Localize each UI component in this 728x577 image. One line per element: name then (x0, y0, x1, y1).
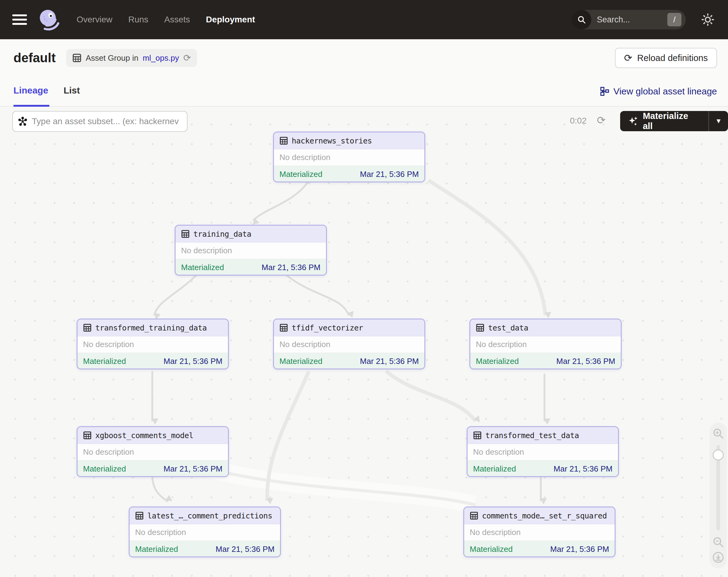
refresh-icon: ⟳ (624, 52, 632, 64)
search-placeholder: Search... (597, 15, 667, 25)
asset-status: Materialized (280, 356, 322, 366)
asset-node-transformed_training_data[interactable]: transformed_training_data No description… (77, 319, 229, 370)
chip-refresh-icon[interactable]: ⟳ (183, 53, 191, 62)
asset-name: comments_mode…_set_r_squared (482, 511, 607, 520)
page-title: default (14, 51, 56, 65)
zoom-controls-panel (710, 423, 727, 569)
top-nav-bar: Overview Runs Assets Deployment Search..… (0, 0, 728, 39)
table-icon (470, 511, 478, 520)
asset-status: Materialized (476, 356, 519, 366)
download-view-icon[interactable] (712, 551, 724, 563)
search-shortcut-badge: / (667, 13, 681, 26)
asset-node-transformed_test_data[interactable]: transformed_test_data No description Mat… (467, 426, 619, 477)
asset-name: transformed_test_data (485, 431, 579, 440)
asset-timestamp[interactable]: Mar 21, 5:36 PM (550, 545, 609, 554)
zoom-in-icon[interactable] (712, 427, 724, 440)
dagster-logo-icon[interactable] (37, 8, 59, 31)
asset-timestamp[interactable]: Mar 21, 5:36 PM (554, 464, 613, 474)
tabs-row: Lineage List View global asset lineage (0, 77, 728, 107)
asset-status: Materialized (83, 356, 126, 366)
asset-timestamp[interactable]: Mar 21, 5:36 PM (216, 545, 275, 554)
asset-name: transformed_training_data (95, 323, 207, 332)
asset-node-comments_model_test_set_r_squared[interactable]: comments_mode…_set_r_squared No descript… (463, 506, 616, 557)
asset-name: tfidf_vectorizer (292, 323, 363, 332)
nav-item-overview[interactable]: Overview (77, 15, 112, 25)
materialize-all-button[interactable]: Materialize all (620, 111, 708, 131)
reload-definitions-label: Reload definitions (637, 53, 708, 63)
table-icon (280, 323, 288, 332)
asset-timestamp[interactable]: Mar 21, 5:36 PM (164, 464, 223, 474)
table-icon (476, 323, 485, 332)
asset-status: Materialized (280, 170, 322, 179)
tab-lineage[interactable]: Lineage (14, 77, 48, 106)
zoom-out-icon[interactable] (712, 536, 724, 548)
table-icon (83, 323, 92, 332)
asset-name: test_data (488, 323, 528, 332)
asset-subset-input[interactable]: Type an asset subset... (ex: hackernev (12, 111, 187, 132)
asset-node-tfidf_vectorizer[interactable]: tfidf_vectorizer No description Material… (273, 319, 425, 370)
asset-description: No description (468, 444, 618, 460)
view-global-asset-lineage-link[interactable]: View global asset lineage (600, 86, 717, 97)
asset-description: No description (130, 524, 280, 541)
asset-status: Materialized (135, 545, 178, 554)
page-header: default Asset Group in ml_ops.py ⟳ ⟳ Rel… (0, 39, 728, 77)
settings-gear-icon[interactable] (700, 11, 716, 28)
asset-name: xgboost_comments_model (95, 431, 193, 440)
asset-node-latest_comment_predictions[interactable]: latest_…_comment_predictions No descript… (129, 506, 281, 557)
asset-timestamp[interactable]: Mar 21, 5:36 PM (556, 356, 615, 366)
asset-subset-placeholder: Type an asset subset... (ex: hackernev (32, 117, 179, 126)
asset-subset-icon (18, 117, 28, 126)
zoom-slider-handle[interactable] (713, 449, 724, 460)
asset-description: No description (78, 444, 228, 460)
table-icon (72, 53, 81, 62)
dagster-app: Overview Runs Assets Deployment Search..… (0, 0, 728, 577)
asset-name: latest_…_comment_predictions (147, 511, 272, 520)
menu-hamburger-icon[interactable] (12, 15, 27, 25)
materialize-all-label: Materialize all (643, 111, 700, 131)
sparkles-icon (628, 116, 639, 126)
main-nav: Overview Runs Assets Deployment (77, 15, 255, 25)
nav-item-runs[interactable]: Runs (128, 15, 148, 25)
asset-status: Materialized (83, 464, 126, 474)
tab-list[interactable]: List (63, 77, 80, 106)
asset-timestamp[interactable]: Mar 21, 5:36 PM (262, 263, 320, 272)
asset-description: No description (176, 243, 326, 259)
view-global-asset-lineage-label: View global asset lineage (614, 86, 717, 97)
asset-group-chip: Asset Group in ml_ops.py ⟳ (66, 49, 197, 67)
asset-timestamp[interactable]: Mar 21, 5:36 PM (360, 170, 419, 179)
lineage-graph-icon (600, 87, 609, 96)
asset-node-training_data[interactable]: training_data No description Materialize… (175, 225, 327, 276)
table-icon (83, 431, 92, 440)
asset-status: Materialized (473, 464, 516, 474)
table-icon (181, 230, 190, 238)
lineage-canvas[interactable]: Type an asset subset... (ex: hackernev 0… (0, 107, 728, 577)
asset-name: hackernews_stories (292, 136, 372, 145)
refresh-timer: 0:02 (570, 116, 587, 126)
asset-node-xgboost_comments_model[interactable]: xgboost_comments_model No description Ma… (77, 426, 229, 477)
materialize-dropdown-caret[interactable]: ▼ (709, 111, 728, 131)
zoom-slider[interactable] (717, 445, 720, 530)
asset-node-hackernews_stories[interactable]: hackernews_stories No description Materi… (273, 131, 425, 182)
materialize-all-split-button: Materialize all ▼ (620, 111, 728, 131)
asset-description: No description (464, 524, 615, 541)
asset-description: No description (78, 336, 228, 353)
asset-group-label: Asset Group in (86, 53, 138, 63)
canvas-refresh-icon[interactable]: ⟳ (597, 114, 606, 126)
asset-description: No description (470, 336, 621, 353)
asset-timestamp[interactable]: Mar 21, 5:36 PM (360, 356, 419, 366)
search-icon (572, 10, 591, 29)
nav-item-deployment[interactable]: Deployment (206, 15, 255, 25)
asset-status: Materialized (181, 263, 224, 272)
asset-node-test_data[interactable]: test_data No description MaterializedMar… (469, 319, 622, 370)
search-input[interactable]: Search... / (572, 10, 686, 29)
asset-status: Materialized (470, 545, 513, 554)
asset-description: No description (274, 149, 424, 166)
asset-description: No description (274, 336, 424, 353)
asset-group-file-link[interactable]: ml_ops.py (143, 53, 179, 63)
asset-timestamp[interactable]: Mar 21, 5:36 PM (164, 356, 223, 366)
table-icon (135, 511, 144, 520)
asset-name: training_data (193, 230, 251, 239)
reload-definitions-button[interactable]: ⟳ Reload definitions (615, 48, 717, 68)
table-icon (473, 431, 482, 440)
nav-item-assets[interactable]: Assets (164, 15, 190, 25)
